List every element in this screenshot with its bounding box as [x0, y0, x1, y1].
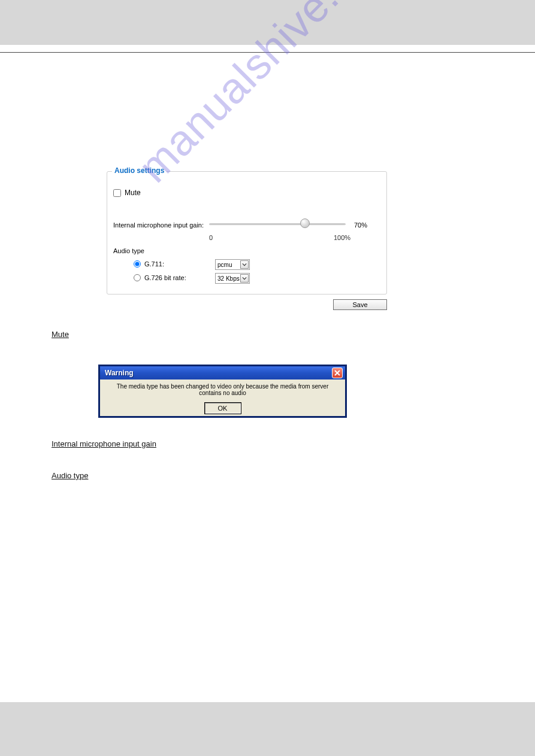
slider-max-label: 100% [334, 234, 350, 241]
g711-radio-row[interactable]: G.711: [134, 260, 164, 268]
slider-value-label: 70% [354, 221, 367, 229]
ok-button[interactable]: OK [204, 402, 241, 414]
g711-radio[interactable] [134, 260, 141, 268]
text-audiotype-heading: Audio type [52, 470, 88, 482]
mute-checkbox[interactable] [113, 189, 121, 197]
header-bar [0, 0, 535, 45]
gain-label: Internal microphone input gain: [113, 221, 204, 229]
chevron-down-icon [240, 260, 249, 269]
audiotype-label: Audio type [113, 247, 144, 254]
g711-select-value: pcmu [217, 262, 232, 268]
text-gain-heading: Internal microphone input gain [52, 438, 156, 450]
g726-radio[interactable] [134, 274, 141, 281]
mute-checkbox-row[interactable]: Mute [113, 189, 141, 197]
close-icon[interactable] [332, 368, 343, 378]
g711-label: G.711: [144, 260, 164, 268]
g726-select-value: 32 Kbps [217, 275, 240, 282]
chevron-down-icon [240, 274, 249, 283]
warning-dialog: Warning The media type has been changed … [99, 365, 346, 417]
g711-select[interactable]: pcmu [215, 259, 250, 270]
dialog-title: Warning [105, 369, 134, 377]
footer-bar [0, 702, 535, 756]
slider-thumb[interactable] [300, 218, 310, 228]
fieldset-legend: Audio settings [112, 166, 167, 175]
slider-track [209, 223, 346, 225]
mute-label: Mute [125, 189, 141, 197]
audio-settings-fieldset: Audio settings Mute Internal microphone … [107, 171, 387, 294]
text-mute-heading: Mute [52, 329, 69, 341]
slider-min-label: 0 [209, 234, 213, 241]
save-button[interactable]: Save [333, 299, 387, 310]
g726-select[interactable]: 32 Kbps [215, 273, 250, 284]
g726-radio-row[interactable]: G.726 bit rate: [134, 274, 186, 281]
gain-slider[interactable] [209, 220, 346, 229]
header-rule [0, 52, 535, 53]
g726-label: G.726 bit rate: [144, 274, 186, 281]
dialog-titlebar[interactable]: Warning [100, 366, 345, 379]
dialog-message: The media type has been changed to video… [100, 379, 345, 396]
